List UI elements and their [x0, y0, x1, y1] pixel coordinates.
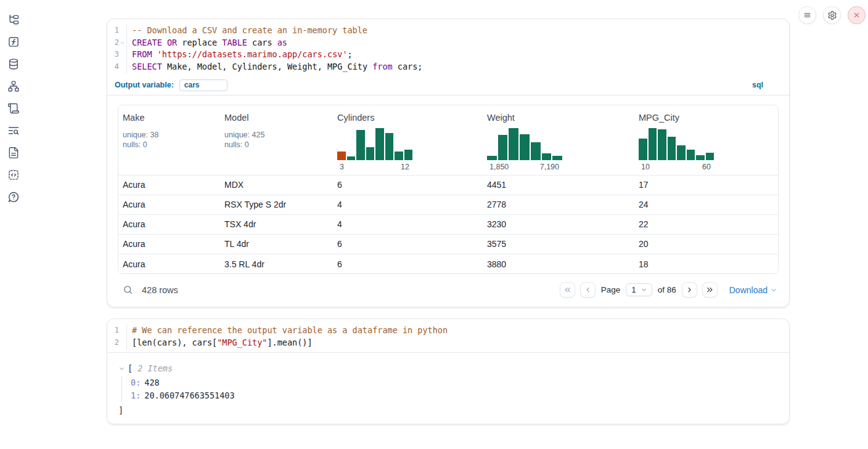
- sidebar-item-logs-search[interactable]: [7, 124, 20, 137]
- page-total: of 86: [658, 285, 676, 294]
- sidebar-item-documentation[interactable]: [7, 147, 20, 159]
- table-cell: 24: [634, 195, 778, 214]
- code-line: 2 [len(cars), cars["MPG_City"].mean()]: [107, 337, 789, 349]
- histogram-bar: [337, 152, 346, 160]
- table-cell: RSX Type S 2dr: [220, 195, 333, 214]
- item-index: 0:: [131, 378, 141, 387]
- prev-page-button[interactable]: [580, 282, 596, 297]
- sql-code-editor[interactable]: 1 -- Download a CSV and create an in-mem…: [107, 19, 789, 76]
- shutdown-button[interactable]: [848, 6, 866, 24]
- documentation-icon: [7, 147, 20, 159]
- code-line: 2 CREATE OR replace TABLE cars as: [107, 37, 789, 49]
- python-output: [ 2 Items 0:428 1:20.060747663551403 ]: [107, 353, 789, 424]
- output-variable-row: Output variable: sql: [107, 76, 789, 95]
- notebook-menu-button[interactable]: [798, 6, 816, 24]
- chevrons-right-icon: [705, 285, 714, 294]
- histogram: 1,8507,190: [487, 128, 562, 171]
- histogram-bar: [385, 133, 394, 160]
- sidebar-item-scratchpad-scroll[interactable]: [7, 102, 20, 115]
- column-header-weight[interactable]: Weight 1,8507,190: [483, 105, 634, 176]
- collapse-caret-icon[interactable]: [118, 365, 125, 372]
- code-line: 1 -- Download a CSV and create an in-mem…: [107, 25, 789, 37]
- column-header-make[interactable]: Make unique: 38nulls: 0: [118, 105, 220, 176]
- code-line: 4 SELECT Make, Model, Cylinders, Weight,…: [107, 61, 789, 73]
- python-code-editor[interactable]: 1 # We can reference the output variable…: [107, 319, 789, 352]
- close-bracket: ]: [118, 404, 778, 416]
- histogram-bar: [696, 155, 705, 160]
- chevron-down-icon: [770, 286, 777, 294]
- sidebar-item-dependency-graph[interactable]: [7, 80, 20, 92]
- table-cell: 20: [634, 234, 778, 254]
- column-header-mpg_city[interactable]: MPG_City 1060: [634, 105, 778, 176]
- menu-icon: [803, 10, 812, 20]
- sidebar-item-snippets[interactable]: [7, 169, 20, 181]
- sidebar-item-function-square[interactable]: [7, 36, 20, 48]
- code-text: SELECT Make, Model, Cylinders, Weight, M…: [127, 61, 422, 73]
- line-number: 1: [107, 325, 119, 337]
- line-number: 1: [107, 25, 119, 37]
- line-number: 4: [107, 61, 119, 73]
- table-cell: 3880: [483, 254, 634, 273]
- first-page-button[interactable]: [560, 282, 575, 297]
- column-header-model[interactable]: Model unique: 425nulls: 0: [220, 105, 333, 176]
- histogram-bar: [658, 129, 666, 160]
- table-cell: MDX: [220, 175, 333, 195]
- code-text: FROM 'https://datasets.marimo.app/cars.c…: [127, 49, 353, 61]
- search-button[interactable]: [119, 285, 133, 295]
- column-header-cylinders[interactable]: Cylinders 312: [333, 105, 483, 176]
- download-label: Download: [729, 285, 768, 295]
- table-footer: 428 rows Page 1 of 86: [118, 274, 779, 301]
- code-text: -- Download a CSV and create an in-memor…: [127, 25, 367, 37]
- open-bracket: [: [128, 362, 133, 375]
- logs-search-icon: [7, 124, 20, 137]
- function-square-icon: [7, 36, 20, 48]
- chevron-right-icon: [685, 285, 694, 294]
- table-row: AcuraMDX6445117: [118, 175, 778, 195]
- table-cell: Acura: [118, 175, 220, 195]
- sidebar: [0, 0, 27, 449]
- table-cell: 4451: [483, 175, 634, 195]
- chevron-down-icon: [641, 286, 647, 293]
- help-chat-icon: [7, 191, 20, 203]
- line-number: 2: [107, 337, 119, 349]
- table-cell: 4: [333, 214, 483, 234]
- code-line: 1 # We can reference the output variable…: [107, 325, 789, 337]
- histogram-bar: [668, 137, 676, 160]
- sidebar-item-help-chat[interactable]: [7, 191, 20, 203]
- table-cell: 6: [333, 254, 483, 273]
- table-row: AcuraTL 4dr6357520: [118, 234, 778, 254]
- output-variable-input[interactable]: [179, 79, 227, 91]
- table-cell: 3230: [483, 214, 634, 234]
- table-row: AcuraTSX 4dr4323022: [118, 214, 778, 234]
- sidebar-item-file-tree[interactable]: [7, 14, 20, 26]
- file-tree-icon: [7, 14, 20, 26]
- item-index: 1:: [131, 390, 141, 400]
- column-name: MPG_City: [639, 113, 773, 123]
- page-select-value: 1: [631, 285, 636, 294]
- code-text: # We can reference the output variable a…: [127, 325, 448, 337]
- fold-icon[interactable]: [120, 40, 125, 46]
- column-name: Cylinders: [337, 113, 478, 123]
- page-select[interactable]: 1: [626, 283, 652, 296]
- line-gutter: 2: [107, 337, 127, 349]
- language-badge: sql: [752, 81, 763, 89]
- histogram-bar: [366, 147, 375, 160]
- download-button[interactable]: Download: [729, 285, 777, 295]
- sidebar-item-database[interactable]: [7, 58, 20, 70]
- sql-cell: 1 -- Download a CSV and create an in-mem…: [107, 18, 790, 307]
- table-cell: 2778: [483, 195, 634, 214]
- histogram-bar: [520, 134, 530, 160]
- chevrons-left-icon: [563, 285, 572, 294]
- table-cell: 22: [634, 214, 778, 234]
- dependency-graph-icon: [7, 80, 20, 92]
- settings-button[interactable]: [823, 6, 841, 24]
- database-icon: [7, 58, 20, 70]
- tree-items: 0:428 1:20.060747663551403: [121, 376, 778, 403]
- table-cell: Acura: [118, 214, 220, 234]
- next-page-button[interactable]: [682, 282, 697, 297]
- column-stats: unique: 38nulls: 0: [123, 130, 215, 150]
- table-cell: 18: [634, 254, 778, 273]
- table-row: AcuraRSX Type S 2dr4277824: [118, 195, 778, 214]
- python-cell: 1 # We can reference the output variable…: [107, 318, 790, 424]
- last-page-button[interactable]: [702, 282, 718, 297]
